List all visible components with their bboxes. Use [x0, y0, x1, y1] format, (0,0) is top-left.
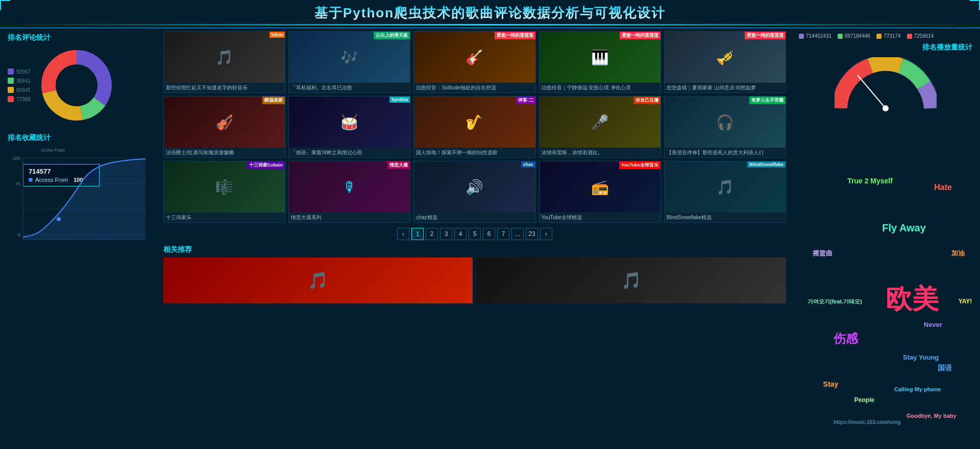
song-img-10: 🎼 — [164, 161, 285, 212]
word-5[interactable]: Hate — [934, 183, 952, 192]
page-btn-3[interactable]: 3 — [440, 228, 452, 240]
left-panel: 排名评论统计 92967 30841 60345 — [0, 28, 158, 449]
word-8[interactable]: Stay — [823, 380, 839, 388]
donut-chart — [36, 44, 117, 126]
svg-line-17 — [857, 75, 886, 108]
song-card-2[interactable]: 🎸爱愈一纯的莲莲莲治愈经音：Solitude独处的自在舒适 — [413, 31, 535, 93]
word-7[interactable]: Calling My phone — [894, 386, 941, 392]
song-card-6[interactable]: 🥁Synthia「德语」莱茵河畔之风情过心田 — [288, 96, 410, 158]
gauge-chart — [835, 57, 937, 113]
related-title: 相关推荐 — [163, 245, 786, 254]
song-img-4: 🎺 — [665, 32, 786, 83]
page-btn-...[interactable]: ... — [511, 228, 524, 240]
page-btn-4[interactable]: 4 — [454, 228, 467, 240]
page-btn-6[interactable]: 6 — [483, 228, 495, 240]
song-card-7[interactable]: 🎷伴客·二国人惊电！探索不辨一格的玩性选歌 — [413, 96, 535, 158]
right-legend-item-3: 7256614 — [907, 33, 934, 39]
line-chart-container: 200 75 0 Arche From — [8, 148, 151, 252]
word-2[interactable]: Fly Away — [882, 222, 926, 234]
song-tag-8: 你当己注澜 — [633, 97, 660, 104]
right-legend-item-2: 773174 — [876, 33, 900, 39]
word-12[interactable]: 加油 — [951, 249, 965, 258]
page-next-btn[interactable]: › — [540, 228, 552, 240]
song-title-6: 「德语」莱茵河畔之风情过心田 — [289, 148, 410, 157]
gauge-svg — [835, 57, 937, 113]
comment-stats-title: 排名评论统计 — [8, 33, 151, 42]
word-0[interactable]: 欧美 — [886, 281, 939, 317]
word-13[interactable]: 国语 — [938, 364, 952, 373]
song-img-14: 🎵 — [665, 161, 786, 212]
word-11[interactable]: 摇篮曲 — [813, 249, 832, 258]
right-legend-color-1 — [838, 34, 843, 39]
legend-item-1: 30841 — [8, 78, 31, 84]
related-card-0[interactable]: 🎵 — [163, 257, 473, 303]
related-grid: 🎵 🎵 — [163, 257, 786, 303]
word-10[interactable]: Goodbye, My baby — [906, 413, 957, 419]
song-title-14: BlindSnowflake精选 — [665, 212, 786, 222]
legend-label-1: 30841 — [16, 78, 31, 84]
song-tag-2: 爱愈一纯的莲莲莲 — [495, 32, 535, 39]
song-tag-3: 爱愈一纯的莲莲莲 — [620, 32, 660, 39]
song-title-7: 国人惊电！探索不辨一格的玩性选歌 — [414, 148, 535, 157]
word-9[interactable]: People — [854, 396, 874, 404]
axis-label-archer: Arche From — [41, 148, 65, 153]
related-section: 相关推荐 🎵 🎵 — [163, 245, 786, 303]
center-panel: 🎵lelow那些你慌忙起又不知道名字的轻音乐🎶云尖上的滑天板「耳机福利」左右耳已… — [158, 28, 791, 449]
page-prev-btn[interactable]: ‹ — [397, 228, 409, 240]
page-btn-5[interactable]: 5 — [469, 228, 481, 240]
song-card-4[interactable]: 🎺爱愈一纯的莲莲莲您您盘错｜夏雨家家 山间意凉 间然如梦 — [664, 31, 786, 93]
word-14[interactable]: 가여오기(feat.기태오) — [807, 298, 862, 305]
song-card-9[interactable]: 🎧有梦人生不苦藏【英偕且伴伸】那些迷死人的意大利语人们 — [664, 96, 786, 158]
song-card-5[interactable]: 🎻醉温坐家法语爵士/红酒与玫瑰浪漫慵懒 — [163, 96, 285, 158]
word-cloud: 欧美伤感Fly AwayTrue 2 MyselfStay YoungHateN… — [799, 117, 972, 445]
song-img-9: 🎧 — [665, 97, 786, 148]
legend-item-0: 92967 — [8, 68, 31, 75]
svg-text:75: 75 — [15, 181, 20, 186]
legend-color-0 — [8, 68, 14, 75]
song-img-7: 🎷 — [414, 97, 535, 148]
song-title-12: chaz精选 — [414, 212, 535, 222]
song-img-8: 🎤 — [540, 97, 660, 148]
song-tag-6: Synthia — [389, 97, 410, 103]
svg-point-18 — [883, 105, 889, 111]
word-16[interactable]: YAY! — [959, 298, 972, 305]
song-title-5: 法语爵士/红酒与玫瑰浪漫慵懒 — [164, 148, 285, 157]
song-card-0[interactable]: 🎵lelow那些你慌忙起又不知道名字的轻音乐 — [163, 31, 285, 93]
word-3[interactable]: True 2 Myself — [847, 177, 893, 185]
word-15[interactable]: https://music.163.com/song — [834, 419, 901, 425]
page-btn-23[interactable]: 23 — [526, 228, 538, 240]
song-img-6: 🥁 — [289, 97, 410, 148]
header-line — [0, 24, 980, 26]
song-title-0: 那些你慌忙起又不知道名字的轻音乐 — [164, 83, 285, 92]
song-title-3: 治愈经音｜宁静致远 安抚心境 净化心灵 — [540, 83, 660, 92]
song-img-2: 🎸 — [414, 32, 535, 83]
legend-label-3: 77368 — [16, 97, 31, 102]
page-title: 基于Python爬虫技术的歌曲评论数据分析与可视化设计 — [0, 4, 980, 22]
legend-item-3: 77368 — [8, 96, 31, 102]
song-grid-top: 🎵lelow那些你慌忙起又不知道名字的轻音乐🎶云尖上的滑天板「耳机福利」左右耳已… — [163, 31, 786, 93]
song-card-3[interactable]: 🎹爱愈一纯的莲莲莲治愈经音｜宁静致远 安抚心境 净化心灵 — [539, 31, 661, 93]
word-6[interactable]: Never — [924, 321, 942, 328]
collect-stats-section: 排名收藏统计 714577 Access From 100 — [8, 133, 151, 445]
page-btn-2[interactable]: 2 — [426, 228, 438, 240]
song-card-11[interactable]: 🎙情思大腐情思大腐系列 — [288, 161, 410, 223]
song-card-1[interactable]: 🎶云尖上的滑天板「耳机福利」左右耳已治愈 — [288, 31, 410, 93]
song-card-8[interactable]: 🎤你当己注澜浓情布雷斯，浓情若酒比。 — [539, 96, 661, 158]
page-btn-7[interactable]: 7 — [497, 228, 509, 240]
song-img-5: 🎻 — [164, 97, 285, 148]
word-1[interactable]: 伤感 — [834, 330, 858, 347]
song-img-3: 🎹 — [540, 32, 660, 83]
song-img-13: 📻 — [540, 161, 660, 212]
word-4[interactable]: Stay Young — [903, 353, 939, 361]
song-card-13[interactable]: 📻YouTube全球音乐YouTube全球精选 — [539, 161, 661, 223]
related-img-0: 🎵 — [163, 257, 473, 303]
song-title-8: 浓情布雷斯，浓情若酒比。 — [540, 148, 660, 157]
song-title-11: 情思大腐系列 — [289, 212, 410, 222]
song-card-14[interactable]: 🎵BlindSnowflakeBlindSnowflake精选 — [664, 161, 786, 223]
song-card-10[interactable]: 🎼十三诗家Cobain十三诗家乐 — [163, 161, 285, 223]
song-card-12[interactable]: 🔊chazchaz精选 — [413, 161, 535, 223]
related-card-1[interactable]: 🎵 — [477, 257, 786, 303]
play-title-label: 排名播放量统计 — [922, 43, 972, 52]
page-btn-1[interactable]: 1 — [411, 228, 424, 240]
legend-color-3 — [8, 96, 14, 102]
